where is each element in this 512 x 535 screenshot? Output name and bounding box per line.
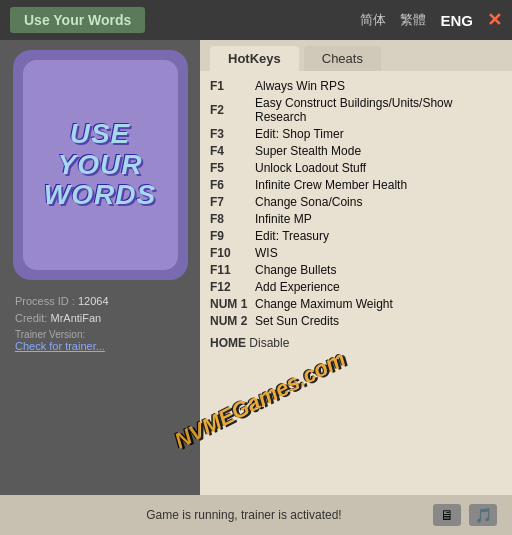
credit-row: Credit: MrAntiFan bbox=[15, 312, 185, 324]
hotkey-row[interactable]: F1Always Win RPS bbox=[210, 79, 502, 93]
disable-row[interactable]: HOME Disable bbox=[210, 336, 502, 350]
hotkey-label: WIS bbox=[255, 246, 278, 260]
hotkey-label: Change Bullets bbox=[255, 263, 336, 277]
tabs-bar: HotKeys Cheats bbox=[200, 40, 512, 71]
game-image-inner: USE YOUR WORDS bbox=[23, 60, 178, 270]
version-label: Trainer Version: bbox=[15, 329, 85, 340]
title-bar: Use Your Words 简体 繁體 ENG ✕ bbox=[0, 0, 512, 40]
hotkey-key: NUM 1 bbox=[210, 297, 255, 311]
hotkey-key: F12 bbox=[210, 280, 255, 294]
hotkey-label: Easy Construct Buildings/Units/Show Rese… bbox=[255, 96, 502, 124]
watermark: NVMEGames.com bbox=[150, 365, 370, 435]
tab-hotkeys[interactable]: HotKeys bbox=[210, 46, 299, 71]
hotkey-key: F4 bbox=[210, 144, 255, 158]
credit-value: MrAntiFan bbox=[50, 312, 101, 324]
hotkey-row[interactable]: F12Add Experience bbox=[210, 280, 502, 294]
hotkey-label: Edit: Shop Timer bbox=[255, 127, 344, 141]
hotkey-label: Super Stealth Mode bbox=[255, 144, 361, 158]
process-id-row: Process ID : 12064 bbox=[15, 295, 185, 307]
hotkey-label: Set Sun Credits bbox=[255, 314, 339, 328]
lang-simplified[interactable]: 简体 bbox=[360, 11, 386, 29]
hotkey-key: F6 bbox=[210, 178, 255, 192]
hotkey-label: Add Experience bbox=[255, 280, 340, 294]
check-trainer-link[interactable]: Check for trainer... bbox=[15, 340, 185, 352]
hotkey-key: F9 bbox=[210, 229, 255, 243]
credit-label: Credit: bbox=[15, 312, 47, 324]
hotkey-label: Infinite Crew Member Health bbox=[255, 178, 407, 192]
hotkey-row[interactable]: F7Change Sona/Coins bbox=[210, 195, 502, 209]
disable-key: HOME bbox=[210, 336, 246, 350]
process-id-value: 12064 bbox=[78, 295, 109, 307]
hotkey-key: F8 bbox=[210, 212, 255, 226]
hotkey-key: F2 bbox=[210, 103, 255, 117]
hotkey-label: Change Sona/Coins bbox=[255, 195, 362, 209]
hotkey-label: Unlock Loadout Stuff bbox=[255, 161, 366, 175]
hotkey-label: Edit: Treasury bbox=[255, 229, 329, 243]
close-button[interactable]: ✕ bbox=[487, 9, 502, 31]
lang-english[interactable]: ENG bbox=[440, 12, 473, 29]
hotkey-key: F1 bbox=[210, 79, 255, 93]
music-icon-button[interactable]: 🎵 bbox=[469, 504, 497, 526]
music-icon: 🎵 bbox=[475, 507, 492, 523]
hotkey-row[interactable]: F2Easy Construct Buildings/Units/Show Re… bbox=[210, 96, 502, 124]
monitor-icon-button[interactable]: 🖥 bbox=[433, 504, 461, 526]
hotkey-label: Infinite MP bbox=[255, 212, 312, 226]
hotkey-key: F5 bbox=[210, 161, 255, 175]
title-bar-controls: 简体 繁體 ENG ✕ bbox=[360, 9, 502, 31]
hotkey-key: NUM 2 bbox=[210, 314, 255, 328]
hotkey-row[interactable]: F5Unlock Loadout Stuff bbox=[210, 161, 502, 175]
lang-traditional[interactable]: 繁體 bbox=[400, 11, 426, 29]
hotkey-row[interactable]: F10WIS bbox=[210, 246, 502, 260]
status-icons: 🖥 🎵 bbox=[433, 504, 497, 526]
hotkey-row[interactable]: F9Edit: Treasury bbox=[210, 229, 502, 243]
version-row: Trainer Version: bbox=[15, 329, 185, 340]
game-title-text: USE YOUR WORDS bbox=[33, 119, 168, 211]
hotkey-key: F11 bbox=[210, 263, 255, 277]
disable-label: Disable bbox=[249, 336, 289, 350]
hotkey-row[interactable]: F6Infinite Crew Member Health bbox=[210, 178, 502, 192]
status-bar: Game is running, trainer is activated! 🖥… bbox=[0, 495, 512, 535]
hotkey-row[interactable]: F3Edit: Shop Timer bbox=[210, 127, 502, 141]
monitor-icon: 🖥 bbox=[440, 507, 454, 523]
process-id-label: Process ID : bbox=[15, 295, 75, 307]
game-image: USE YOUR WORDS bbox=[13, 50, 188, 280]
hotkey-row[interactable]: F11Change Bullets bbox=[210, 263, 502, 277]
hotkey-label: Change Maximum Weight bbox=[255, 297, 393, 311]
hotkey-key: F7 bbox=[210, 195, 255, 209]
app-title: Use Your Words bbox=[10, 7, 145, 33]
hotkey-row[interactable]: NUM 2Set Sun Credits bbox=[210, 314, 502, 328]
status-message: Game is running, trainer is activated! bbox=[55, 508, 433, 522]
hotkey-label: Always Win RPS bbox=[255, 79, 345, 93]
hotkey-row[interactable]: F4Super Stealth Mode bbox=[210, 144, 502, 158]
hotkey-key: F3 bbox=[210, 127, 255, 141]
process-info: Process ID : 12064 Credit: MrAntiFan Tra… bbox=[10, 295, 190, 352]
tab-cheats[interactable]: Cheats bbox=[304, 46, 381, 71]
hotkey-row[interactable]: NUM 1Change Maximum Weight bbox=[210, 297, 502, 311]
hotkey-row[interactable]: F8Infinite MP bbox=[210, 212, 502, 226]
hotkey-key: F10 bbox=[210, 246, 255, 260]
